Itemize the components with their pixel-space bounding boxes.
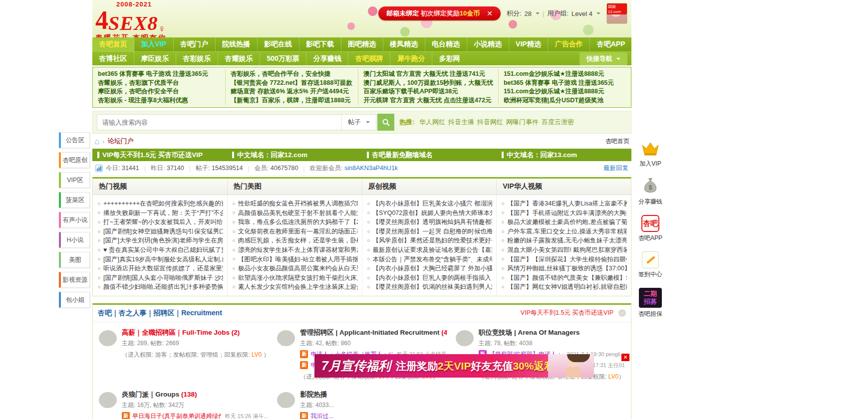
- nav-item[interactable]: 杏吧APP: [590, 37, 632, 51]
- nav-item[interactable]: 电台精选: [425, 37, 467, 51]
- list-item[interactable]: ++++++++++在杏吧如何搜索到您感兴趣的资源: [96, 199, 223, 209]
- list-item[interactable]: [国产剧情]女神空姐骚舞诱惑勾引保安猛男口交啪: [96, 227, 223, 236]
- tab-hot-pics[interactable]: 热门美图: [228, 179, 362, 195]
- list-item[interactable]: 粉嫩的妹子露脸发骚,无毛小鲍鱼妹子太漂亮哭死人: [500, 236, 627, 245]
- hot-search-link[interactable]: 华人网红: [419, 118, 445, 126]
- list-item[interactable]: 我靠，撸点多么低连洗厕所的大妈都干了【20P】: [231, 217, 358, 227]
- ad-link[interactable]: 欧洲杯冠军竞猜|瓜分USDT超级奖池: [504, 96, 626, 105]
- ad-link[interactable]: 杏耀娱乐，杏彩旗下优质平台: [98, 79, 220, 88]
- share-earn-shortcut[interactable]: $ 分享赚钱: [637, 177, 663, 206]
- forum-title-link[interactable]: 影院热播: [300, 391, 327, 398]
- list-item[interactable]: 打~王者荣耀~的小女友被我后入，开麦叫给队友: [96, 217, 223, 227]
- nav-item[interactable]: 小说精选: [467, 37, 509, 51]
- list-item[interactable]: 【内衣小妹原创】大胸已经霸屏了 外加小骚穴花缩: [365, 264, 493, 273]
- breadcrumb-current[interactable]: 论坛门户: [108, 137, 134, 146]
- nav-item[interactable]: 杏博社区: [92, 52, 134, 65]
- ad-link[interactable]: 杏彩娱乐，杏吧合作平台，安全快捷: [231, 70, 353, 79]
- nav-item[interactable]: 杏吧门户: [174, 37, 216, 51]
- list-item[interactable]: ♥ 贵在真实某公司中年大叔自己媳妇玩腻了穿着工: [96, 245, 223, 255]
- forum-title-link[interactable]: 职位竞技场 | Arena Of Managers: [479, 329, 580, 336]
- left-category-tab[interactable]: H小说: [59, 232, 90, 248]
- hot-search-link[interactable]: 抖音主播: [448, 118, 474, 126]
- hot-search-link[interactable]: 网曝门事件: [506, 118, 539, 126]
- ad-link[interactable]: bet365 体育赛事 电子游戏 注册送365元: [504, 79, 626, 88]
- left-category-tab[interactable]: 有声小说: [59, 212, 90, 228]
- collapse-icon[interactable]: −: [618, 309, 626, 317]
- search-input[interactable]: [97, 119, 341, 126]
- left-category-tab[interactable]: 包小姐: [59, 292, 90, 308]
- ad-link[interactable]: 151.com金沙娱乐城★注册送8888元: [504, 87, 626, 96]
- new-member-link[interactable]: sin8AKN3aP4hU1k: [344, 165, 398, 172]
- list-item[interactable]: 素人长发少女宾馆约会换上学生泳装床上迎合鸡巴: [231, 282, 358, 292]
- list-item[interactable]: 听说酒店开始大数据宣传抓嫖了，还是家里安全: [96, 264, 223, 273]
- nav-item[interactable]: 500万彩票: [260, 52, 306, 65]
- list-item[interactable]: 极品大波嫩模被土豪高价约炮,差点被骗了菊花: [500, 217, 627, 227]
- ad-link[interactable]: 【银河贵宾会 7722.net】首存送1888可提款: [231, 79, 353, 88]
- list-item[interactable]: 【国产】香港34E爆乳人妻Lisa搭上富豪不雅自拍流: [500, 199, 627, 209]
- list-item[interactable]: [国产]真实19岁高中制服处女高级私人定制,自玩极: [96, 255, 223, 264]
- forum-title-link[interactable]: 高薪｜全職招聘區｜Full-Time Jobs: [122, 329, 230, 336]
- forum-title-link[interactable]: 炎狼门派｜Groups: [122, 391, 179, 398]
- nav-item[interactable]: 影吧在线: [258, 37, 299, 51]
- avatar[interactable]: 回家12.com: [606, 3, 627, 24]
- forum-icon[interactable]: [99, 330, 117, 346]
- list-item[interactable]: 欲望高涨小伙跪求隔壁女孩打炮干柴烈火床上点燃: [231, 273, 358, 283]
- chevron-down-icon[interactable]: [536, 12, 540, 16]
- list-item[interactable]: 【璎灵丝阁原创】一起哭 自慰撸的时候也撸着他的: [365, 227, 493, 236]
- nav-item[interactable]: 院线热播: [216, 37, 258, 51]
- ad-link[interactable]: 【新葡京】百家乐，棋牌，注册即送1888元: [231, 96, 353, 105]
- ad-link[interactable]: bet365 体育赛事 电子游戏 注册送365元: [98, 70, 220, 79]
- site-logo[interactable]: 2008-2021 4 SEX 8 ♀ 春暖花开 杏吧有你: [95, 1, 166, 37]
- banner-close-icon[interactable]: ✕: [621, 354, 629, 361]
- list-item[interactable]: 【图吧水印】唯美骚妇-站立着被人用手插抠不舒服: [231, 255, 358, 264]
- list-item[interactable]: 颜值不错少妇啪啪,还能挤出乳汁多种姿势换插: [96, 282, 223, 292]
- promo-strip-item[interactable]: VIP每天不到1.5元 买杏币还送VIP: [92, 151, 227, 160]
- nav-item[interactable]: 多彩网: [432, 52, 467, 65]
- nav-item[interactable]: 分享赚钱: [306, 52, 348, 65]
- left-category-tab[interactable]: 杏吧原创: [59, 152, 90, 168]
- chevron-down-icon[interactable]: [596, 12, 600, 16]
- recruitment-title-link[interactable]: 杏吧｜杏之人事｜招聘区｜Recruitment: [98, 309, 222, 318]
- list-item[interactable]: 【国产】颜值不错的气质美女【兼职嫩模】爱如奶装: [500, 273, 627, 283]
- nav-item[interactable]: VIP精选: [509, 37, 549, 51]
- list-item[interactable]: 【内衣小妹原创】巨乳美女这小骚穴 都湿润了 还: [365, 199, 493, 209]
- tab-vip-videos[interactable]: VIP华人视频: [497, 179, 631, 195]
- list-item[interactable]: 极品小女友极品颜值高层公寓来约会从白天到傍晚: [231, 264, 358, 273]
- list-item[interactable]: 【国产】手机搭讪附近大四丰满漂亮的大胸美女,超现: [500, 209, 627, 218]
- nav-item[interactable]: 影吧下载: [299, 37, 341, 51]
- app-shortcut[interactable]: 杏吧 杏吧APP: [637, 215, 663, 242]
- left-category-tab[interactable]: 影视资源: [59, 272, 90, 288]
- nav-item[interactable]: 杏吧首页: [92, 37, 134, 51]
- left-category-tab[interactable]: VIP区: [59, 172, 90, 188]
- list-item[interactable]: 本版公告｜严禁发布兽交“含躺手类”、未成年人色: [365, 255, 493, 264]
- vip-promo-link[interactable]: VIP每天不到1.5元 买杏币还送VIP: [521, 309, 613, 317]
- list-item[interactable]: 风情万种御姐,丝袜骚丁极致的诱惑【37:00】...: [500, 264, 627, 273]
- list-item[interactable]: 播放失败刷新一下再试，附：关于“严打”不合格主: [96, 209, 223, 218]
- list-item[interactable]: 【璎灵丝阁原创】透明旗袍灿妈具有情趣都要看着: [365, 217, 493, 227]
- nav-item[interactable]: 楼凤精选: [383, 37, 425, 51]
- hot-search-link[interactable]: 百度云泄密: [542, 118, 574, 126]
- tab-original-videos[interactable]: 原创视频: [362, 179, 497, 195]
- list-item[interactable]: 性欲旺盛的痴女蓝色开裆裤被男人调教插穴喷水: [231, 199, 358, 209]
- nav-item[interactable]: 犀牛跑分: [390, 52, 432, 65]
- email-bind-notice[interactable]: 邮箱未绑定 初次绑定奖励10金币 ✕: [378, 6, 501, 20]
- join-vip-shortcut[interactable]: 加入VIP: [637, 141, 663, 168]
- promo-strip-item[interactable]: 中文域名：回家13.com: [497, 151, 631, 160]
- ad-link[interactable]: 摩臣娱乐，杏吧合作安全平台: [98, 87, 220, 96]
- nav-item[interactable]: 加入VIP: [134, 37, 174, 51]
- home-icon[interactable]: ⌂: [94, 137, 99, 146]
- bottom-promo-banner[interactable]: 7月宣传福利 注册奖励2天VIP 好友充值30%返利: [314, 354, 594, 378]
- list-item[interactable]: [国产剧情]国人头套小哥啪啪俄罗斯妹子 沙发上位: [96, 273, 223, 283]
- nav-item[interactable]: 杏吧棋牌: [348, 52, 390, 65]
- list-item[interactable]: 【SYQ072原创】妩媚人妻向色情大师琢本先生款: [365, 209, 493, 218]
- ad-link[interactable]: 百家乐赌场下载手机APP即送38元: [363, 87, 493, 96]
- left-category-tab[interactable]: 美图: [59, 252, 90, 268]
- promo-strip-item[interactable]: 杏吧最新免翻墙域名: [362, 151, 497, 160]
- forum-icon[interactable]: [99, 392, 117, 408]
- list-item[interactable]: 【国产】网红女神V姐透明白衬衫,就寝自慰欲望难耐: [500, 282, 627, 292]
- forum-icon[interactable]: [277, 330, 295, 346]
- list-item[interactable]: [国产]大学生刘玥(角色扮演)老师与学生在房间学: [96, 236, 223, 245]
- nav-item[interactable]: 杏彩娱乐: [176, 52, 218, 65]
- forum-icon[interactable]: [277, 392, 295, 408]
- list-item[interactable]: 户外车震,车里口交女上位,操逼大秀非常精彩: [500, 227, 627, 236]
